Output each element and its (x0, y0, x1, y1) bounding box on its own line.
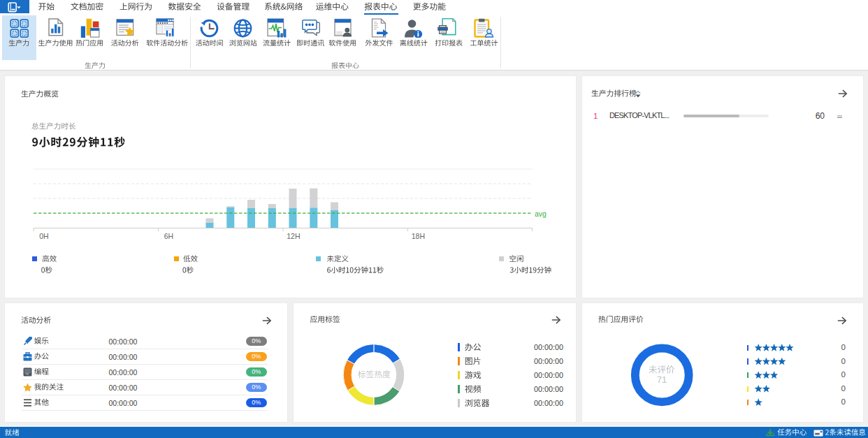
svg-text:CSS: CSS (25, 373, 29, 376)
